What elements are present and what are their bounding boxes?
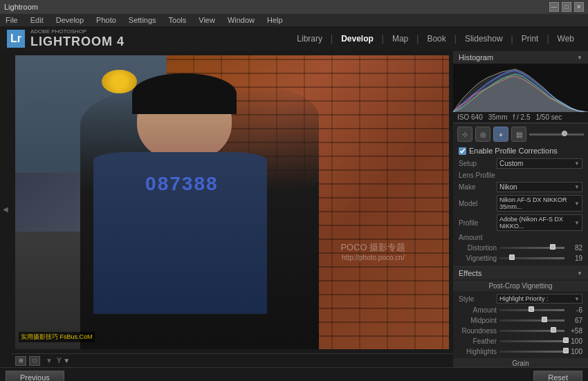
- feather-label: Feather: [459, 337, 497, 345]
- effects-section: Effects ▼ Post-Crop Vignetting Style Hig…: [453, 267, 588, 367]
- zoom-value: Y ▼: [57, 357, 70, 364]
- nav-sep-5: |: [511, 34, 513, 44]
- tool-crop[interactable]: ⊹: [457, 127, 472, 142]
- loupe-view-btn[interactable]: □: [29, 356, 40, 366]
- profile-value[interactable]: Adobe (Nikon AF-S DX NIKKO... ▼: [497, 214, 582, 231]
- histogram-section: Histogram ▼ ISO 640 35mm: [453, 51, 588, 124]
- enable-profile-label: Enable Profile Corrections: [469, 147, 558, 155]
- histogram-svg: [453, 64, 588, 112]
- vignetting-slider[interactable]: [499, 257, 564, 259]
- tab-slideshow[interactable]: Slideshow: [458, 31, 510, 46]
- make-label: Make: [459, 183, 497, 191]
- midpoint-slider[interactable]: [499, 319, 564, 322]
- menu-help[interactable]: Help: [264, 16, 286, 24]
- watermark-text1: POCO 摄影专题: [340, 241, 405, 254]
- amount-slider[interactable]: [499, 309, 564, 311]
- tab-print[interactable]: Print: [515, 31, 546, 46]
- close-button[interactable]: ✕: [574, 2, 584, 12]
- menu-file[interactable]: File: [3, 16, 21, 24]
- distortion-slider[interactable]: [499, 247, 564, 249]
- make-row: Make Nikon ▼: [453, 180, 588, 194]
- feather-slider[interactable]: [499, 340, 564, 342]
- profile-row: Profile Adobe (Nikon AF-S DX NIKKO... ▼: [453, 213, 588, 232]
- highlights-label: Highlights: [459, 348, 497, 355]
- profile-label: Profile: [459, 219, 497, 227]
- style-dropdown-btn[interactable]: ▼: [574, 296, 580, 302]
- histogram-toggle-icon: ▼: [577, 55, 582, 61]
- left-panel-toggle[interactable]: ◀: [0, 51, 11, 367]
- profile-dropdown-btn[interactable]: ▼: [574, 220, 580, 226]
- tool-redeye[interactable]: ●: [493, 127, 508, 142]
- tab-map[interactable]: Map: [385, 31, 415, 46]
- model-dropdown-btn[interactable]: ▼: [574, 201, 580, 207]
- midpoint-thumb: [542, 317, 547, 322]
- app-title-block: ADOBE PHOTOSHOP LIGHTROOM 4: [30, 28, 125, 49]
- tab-develop[interactable]: Develop: [334, 31, 380, 46]
- hist-aperture: f / 2.5: [513, 113, 531, 121]
- lens-corrections-section: Enable Profile Corrections Setup Custom …: [453, 145, 588, 267]
- roundness-thumb: [551, 327, 556, 333]
- effects-title: Effects: [459, 269, 481, 277]
- app-subtitle: ADOBE PHOTOSHOP: [30, 28, 125, 35]
- top-nav: Lr ADOBE PHOTOSHOP LIGHTROOM 4 Library |…: [0, 26, 588, 51]
- lens-profile-heading: Lens Profile: [453, 170, 588, 180]
- highlights-thumb: [563, 348, 569, 353]
- effects-header[interactable]: Effects ▼: [453, 267, 588, 279]
- exposure-slider[interactable]: [529, 133, 584, 136]
- make-dropdown-btn[interactable]: ▼: [574, 184, 580, 190]
- nav-sep-1: |: [331, 34, 333, 44]
- model-value[interactable]: Nikon AF-S DX NIKKOR 35mm... ▼: [497, 195, 582, 212]
- maximize-button[interactable]: □: [562, 2, 571, 12]
- style-label: Style: [459, 295, 497, 303]
- histogram-header[interactable]: Histogram ▼: [453, 51, 588, 64]
- make-value[interactable]: Nikon ▼: [497, 182, 582, 192]
- zoom-level: ▼: [46, 357, 53, 364]
- menu-develop[interactable]: Develop: [53, 16, 86, 24]
- menu-window[interactable]: Window: [225, 16, 257, 24]
- tab-web[interactable]: Web: [551, 31, 581, 46]
- menu-photo[interactable]: Photo: [93, 16, 119, 24]
- app-logo: Lr ADOBE PHOTOSHOP LIGHTROOM 4: [7, 28, 125, 49]
- tool-grad[interactable]: ▤: [511, 127, 526, 142]
- model-row: Model Nikon AF-S DX NIKKOR 35mm... ▼: [453, 194, 588, 213]
- feather-thumb: [563, 337, 569, 343]
- tab-book[interactable]: Book: [420, 31, 452, 46]
- grid-view-btn[interactable]: ⊞: [15, 356, 26, 366]
- setup-row: Setup Custom ▼: [453, 157, 588, 170]
- menu-tools[interactable]: Tools: [166, 16, 190, 24]
- app-title: Lightroom: [4, 3, 549, 11]
- midpoint-row: Midpoint 67: [453, 315, 588, 326]
- roundness-slider[interactable]: [499, 330, 564, 332]
- distortion-thumb: [550, 244, 555, 250]
- previous-button[interactable]: Previous: [6, 371, 64, 382]
- window-controls: — □ ✕: [549, 2, 584, 12]
- setup-dropdown-btn[interactable]: ▼: [574, 160, 580, 167]
- reset-button[interactable]: Reset: [533, 371, 582, 382]
- main-content: ◀ 087388: [0, 51, 588, 367]
- style-value[interactable]: Highlight Priority : ▼: [497, 294, 582, 304]
- menu-view[interactable]: View: [196, 16, 218, 24]
- setup-value[interactable]: Custom ▼: [497, 158, 582, 169]
- highlights-row: Highlights 100: [453, 346, 588, 357]
- tools-row: ⊹ ◎ ● ▤: [453, 124, 588, 145]
- style-row: Style Highlight Priority : ▼: [453, 292, 588, 305]
- roundness-row: Roundness +58: [453, 326, 588, 336]
- photo-display: 087388 POCO 摄影专题 http://photo.poco.cn/ 实…: [15, 55, 449, 349]
- bottom-toolbar: ⊞ □ ▼ Y ▼: [11, 353, 453, 367]
- hist-iso: ISO 640: [457, 113, 483, 121]
- amount-label: Amount: [459, 306, 497, 314]
- grain-title: Grain: [453, 358, 588, 367]
- tab-library[interactable]: Library: [290, 31, 329, 46]
- highlights-value: 100: [567, 348, 582, 355]
- enable-profile-checkbox[interactable]: [459, 147, 466, 155]
- title-bar: Lightroom — □ ✕: [0, 0, 588, 14]
- minimize-button[interactable]: —: [549, 2, 559, 12]
- vignetting-label: Vignetting: [459, 254, 497, 262]
- tool-spot[interactable]: ◎: [475, 127, 490, 142]
- highlights-slider[interactable]: [499, 351, 564, 353]
- menu-settings[interactable]: Settings: [126, 16, 159, 24]
- watermark: POCO 摄影专题 http://photo.poco.cn/: [340, 241, 405, 261]
- midpoint-label: Midpoint: [459, 317, 497, 324]
- menu-edit[interactable]: Edit: [28, 16, 46, 24]
- post-crop-title: Post-Crop Vignetting: [453, 281, 588, 291]
